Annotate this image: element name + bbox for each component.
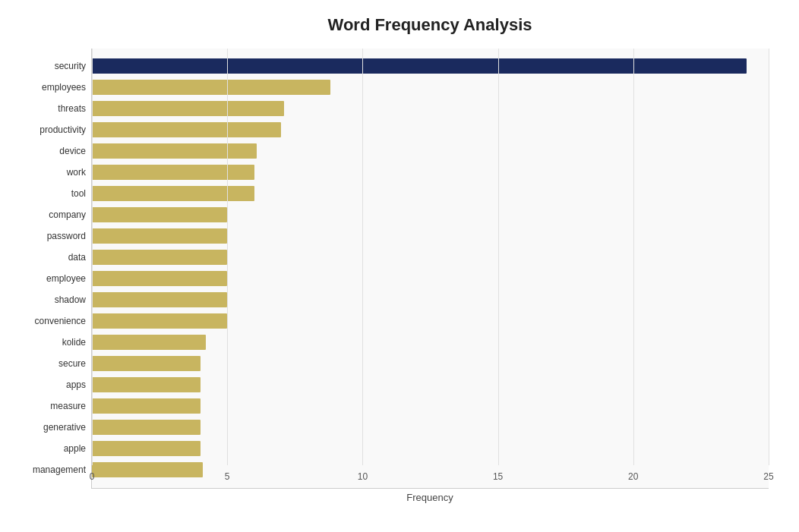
bar-row: employee [92, 269, 769, 288]
bar-row: kolide [92, 332, 769, 352]
bar-row: employees [92, 77, 769, 97]
bar-row: device [92, 141, 769, 161]
grid-line [92, 49, 93, 465]
grid-label: 15 [493, 471, 503, 482]
bar-employees [92, 80, 330, 95]
chart-container: Word Frequency Analysis securityemployee… [0, 0, 799, 532]
bar-label: convenience [2, 316, 86, 326]
bar-row: threats [92, 99, 769, 118]
grid-line [227, 49, 228, 465]
bar-security [92, 58, 747, 74]
bar-row: work [92, 162, 769, 182]
bar-row: company [92, 205, 769, 225]
bar-apple [92, 441, 201, 456]
grid-label: 20 [628, 471, 638, 482]
bar-row: data [92, 247, 769, 267]
bar-label: password [2, 231, 86, 241]
bar-label: tool [2, 188, 86, 199]
bar-tool [92, 186, 254, 201]
bar-row: apps [92, 375, 769, 395]
bar-data [92, 250, 227, 265]
bar-label: secure [2, 358, 86, 369]
grid-label: 10 [358, 471, 368, 482]
bar-row: security [92, 56, 769, 76]
bar-label: shadow [2, 294, 86, 305]
grid-line [362, 49, 363, 465]
bar-label: kolide [2, 337, 86, 348]
bar-productivity [92, 122, 281, 137]
x-axis-label: Frequency [91, 492, 769, 503]
bar-row: tool [92, 184, 769, 203]
bar-row: password [92, 226, 769, 246]
bar-shadow [92, 292, 227, 307]
bar-password [92, 228, 227, 244]
grid-label: 25 [763, 471, 773, 482]
bar-label: work [2, 167, 86, 178]
bar-employee [92, 271, 227, 286]
bar-generative [92, 420, 201, 435]
bar-kolide [92, 335, 206, 350]
bar-measure [92, 398, 201, 414]
bar-row: convenience [92, 311, 769, 331]
bar-row: measure [92, 396, 769, 416]
bar-apps [92, 377, 201, 392]
bar-company [92, 207, 227, 222]
bar-work [92, 165, 254, 180]
bar-label: apps [2, 379, 86, 390]
bar-label: employees [2, 82, 86, 93]
chart-area: securityemployeesthreatsproductivitydevi… [91, 49, 769, 489]
bar-label: generative [2, 422, 86, 433]
bar-row: generative [92, 417, 769, 437]
bar-secure [92, 356, 201, 371]
bar-label: productivity [2, 124, 86, 135]
grid-line [769, 49, 769, 465]
bar-row: apple [92, 439, 769, 458]
grid-line [633, 49, 634, 465]
bar-threats [92, 101, 284, 116]
bar-row: productivity [92, 120, 769, 140]
grid-label: 5 [225, 471, 230, 482]
bar-device [92, 143, 257, 159]
bar-label: security [2, 61, 86, 71]
bar-convenience [92, 313, 227, 329]
bars-wrapper: securityemployeesthreatsproductivitydevi… [92, 56, 769, 465]
bar-label: device [2, 146, 86, 156]
bar-label: employee [2, 273, 86, 284]
grid-label: 0 [90, 471, 95, 482]
bar-row: management [92, 460, 769, 480]
bar-label: company [2, 209, 86, 220]
bar-label: threats [2, 103, 86, 114]
bar-row: secure [92, 354, 769, 373]
bar-label: apple [2, 443, 86, 454]
grid-line [498, 49, 499, 465]
bar-management [92, 462, 203, 477]
bar-label: measure [2, 401, 86, 411]
chart-title: Word Frequency Analysis [91, 15, 769, 35]
bar-row: shadow [92, 290, 769, 310]
bar-label: management [2, 464, 86, 475]
bar-label: data [2, 252, 86, 263]
